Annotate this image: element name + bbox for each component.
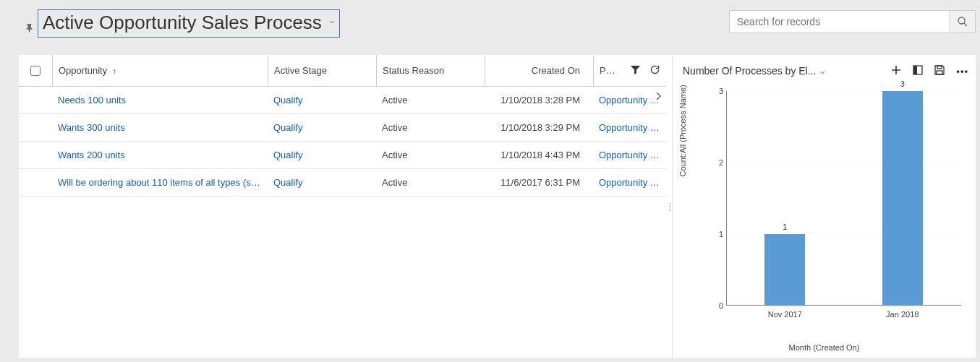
sort-asc-icon: ↑ [113,66,117,75]
expand-chart-icon[interactable] [913,65,923,77]
svg-point-0 [958,17,965,24]
chart-selector[interactable]: Number Of Processes by El... ⌵ [683,65,825,77]
save-chart-icon[interactable] [934,65,945,77]
cell-created: 1/10/2018 3:29 PM [485,114,593,142]
cell-opportunity[interactable]: Needs 100 units [52,87,268,114]
col-header-process[interactable]: Proc [593,55,622,87]
cell-stage[interactable]: Qualify [268,87,376,114]
cell-status: Active [376,142,485,169]
col-header-opportunity[interactable]: Opportunity ↑ [52,55,268,87]
col-header-active-stage[interactable]: Active Stage [268,55,376,87]
col-header-created-on[interactable]: Created On [485,55,593,87]
expand-right-icon[interactable] [655,91,662,103]
chart-x-tick: Jan 2018 [886,310,919,319]
chart-bar[interactable]: 3 [882,91,923,306]
add-chart-icon[interactable] [891,65,901,77]
svg-rect-4 [937,71,942,74]
cell-status: Active [376,87,485,114]
table-row[interactable]: Needs 100 unitsQualifyActive1/10/2018 3:… [19,87,666,114]
cell-process[interactable]: Opportunity Sa [593,177,666,188]
chart-bar-label: 3 [882,79,923,88]
chart-x-tick: Nov 2017 [768,310,802,319]
grid-body: Needs 100 unitsQualifyActive1/10/2018 3:… [19,87,666,197]
cell-status: Active [376,169,485,197]
pane-resize-handle[interactable]: ⋮ [666,55,672,358]
svg-rect-5 [937,66,942,69]
chevron-down-icon: ⌵ [820,66,825,76]
cell-stage[interactable]: Qualify [268,169,376,197]
cell-created: 1/10/2018 4:43 PM [485,142,593,169]
chart-x-axis-label: Month (Created On) [673,343,976,352]
chart-area: Count:All (Process Name) 01231Nov 20173J… [673,87,976,358]
svg-rect-3 [913,66,917,74]
grid-header: Opportunity ↑ Active Stage Status Reason… [19,55,666,87]
chart-y-axis-label: Count:All (Process Name) [678,85,687,176]
cell-process[interactable]: Opportunity Sa [593,150,666,160]
search-box [729,10,976,33]
table-row[interactable]: Wants 200 unitsQualifyActive1/10/2018 4:… [19,142,666,169]
cell-stage[interactable]: Qualify [268,114,376,142]
col-header-status-reason[interactable]: Status Reason [376,55,485,87]
chart-bar-label: 1 [764,223,805,231]
chart-y-tick: 3 [713,87,723,95]
cell-stage[interactable]: Qualify [268,142,376,169]
cell-created: 1/10/2018 3:28 PM [485,87,593,114]
cell-process[interactable]: Opportunity Sa [593,122,666,133]
select-all-checkbox[interactable] [19,66,52,76]
chart-y-tick: 0 [713,301,723,310]
search-button[interactable] [949,11,975,33]
svg-line-1 [964,23,967,26]
search-input[interactable] [730,11,949,33]
chart-y-tick: 2 [713,158,723,167]
cell-opportunity[interactable]: Wants 200 units [52,142,268,169]
filter-icon[interactable] [630,64,641,77]
cell-opportunity[interactable]: Wants 300 units [52,114,268,142]
chevron-down-icon: ⌵ [330,16,335,25]
view-title-text: Active Opportunity Sales Process [43,12,322,33]
cell-status: Active [376,114,485,142]
cell-created: 11/6/2017 6:31 PM [485,169,593,197]
chart-y-tick: 1 [713,230,723,238]
table-row[interactable]: Will be ordering about 110 items of all … [19,169,666,197]
table-row[interactable]: Wants 300 unitsQualifyActive1/10/2018 3:… [19,114,666,142]
chart-bar[interactable]: 1 [764,234,805,306]
more-icon[interactable]: ••• [956,66,968,77]
cell-opportunity[interactable]: Will be ordering about 110 items of all … [52,169,268,197]
refresh-icon[interactable] [649,64,660,77]
pin-icon[interactable] [24,22,34,35]
view-selector[interactable]: Active Opportunity Sales Process ⌵ [38,9,340,38]
